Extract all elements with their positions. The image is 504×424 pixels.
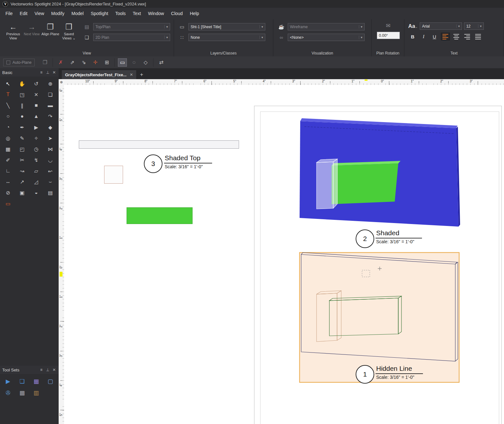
stacked-views-tool[interactable]: ❏ [43, 89, 57, 100]
palette-pin-icon[interactable]: ⊥ [45, 70, 50, 75]
star-tool[interactable]: ✧ [29, 133, 43, 144]
palette-menu-icon[interactable]: ≡ [39, 70, 44, 75]
italic-button[interactable]: I [419, 33, 428, 40]
circle-tool[interactable]: ○ [1, 111, 15, 122]
green-rectangle-shape[interactable] [127, 207, 193, 224]
previous-view-button[interactable]: ← Previous View [4, 22, 22, 49]
camera-tool[interactable]: ✇ [1, 387, 15, 399]
menu-view[interactable]: View [31, 9, 48, 18]
quarter-arc-tool[interactable]: ◔ [1, 122, 15, 133]
font-style-icon[interactable]: Aa⌄ [408, 23, 418, 29]
view-mode-dropdown[interactable]: Top/Plan▾ [93, 23, 170, 30]
background-render-dropdown[interactable]: <None>▾ [288, 34, 365, 41]
menu-model[interactable]: Model [68, 9, 87, 18]
render-mode-dropdown[interactable]: Wireframe▾ [288, 23, 365, 30]
bold-button[interactable]: B [408, 33, 417, 40]
align-right-button[interactable] [463, 33, 472, 40]
sketch-arrow-tool[interactable]: ↗ [15, 176, 29, 187]
video-screen-tool[interactable]: ▢ [43, 376, 57, 387]
prohibit-tool[interactable]: ⊘ [1, 187, 15, 198]
protractor-tool[interactable]: ◒ [29, 187, 43, 198]
trim-tool[interactable]: ✂ [15, 154, 29, 165]
corner-tool[interactable]: ∟ [1, 165, 15, 176]
plan-rotation-input[interactable]: 0.00° [377, 32, 400, 39]
menu-spotlight[interactable]: Spotlight [87, 9, 112, 18]
rectangle-tool[interactable]: ■ [29, 100, 43, 111]
truss-tool[interactable]: ▩ [15, 387, 29, 399]
delete-vertex-tool[interactable]: ✕ [29, 89, 43, 100]
projector-tool[interactable]: ▥ [29, 387, 43, 399]
small-square-shape[interactable] [104, 166, 123, 184]
palette-menu-icon[interactable]: ≡ [39, 368, 44, 372]
next-view-button[interactable]: → Next View [22, 22, 41, 49]
palette-close-icon[interactable]: ✕ [52, 368, 56, 372]
zoom-tool[interactable]: ⊕ [43, 78, 57, 89]
layer-dropdown[interactable]: Sht-1 [Sheet Title]▾ [188, 23, 265, 30]
flyover-tool[interactable]: ↺ [29, 78, 43, 89]
menu-edit[interactable]: Edit [16, 9, 31, 18]
viewport-1-hidden-line[interactable] [300, 253, 459, 382]
lighting-position-tool[interactable]: ❏ [15, 376, 29, 387]
section-tool[interactable]: ▤ [43, 187, 57, 198]
move-3d-constraint-icon[interactable]: ⇘ [79, 58, 88, 67]
snap-disable-icon[interactable]: ✗ [56, 58, 65, 67]
freehand-tool[interactable]: ✎ [15, 133, 29, 144]
new-tab-button[interactable]: + [140, 71, 143, 78]
drawing-label[interactable]: Shaded Scale: 3/16" = 1'-0" [376, 229, 422, 244]
align-left-button[interactable] [441, 33, 450, 40]
align-plane-toggle-icon[interactable]: ⊞ [102, 58, 111, 67]
font-size-dropdown[interactable]: 12▾ [464, 22, 484, 30]
menu-modify[interactable]: Modify [48, 9, 68, 18]
paint-roller-tool[interactable]: ▭ [1, 198, 15, 209]
pane-swap-icon[interactable]: ⇄ [157, 58, 166, 67]
pen-tool[interactable]: ✒ [15, 122, 29, 133]
text-tool[interactable]: T [1, 89, 15, 100]
menu-text[interactable]: Text [129, 9, 145, 18]
eraser-tool[interactable]: ▱ [29, 165, 43, 176]
triangle-tool[interactable]: ▲ [29, 111, 43, 122]
menu-cloud[interactable]: Cloud [168, 9, 186, 18]
menu-help[interactable]: Help [186, 9, 202, 18]
oval-tool[interactable]: ● [15, 111, 29, 122]
locus-tool[interactable]: ➤ [43, 133, 57, 144]
planar-graphics-icon[interactable]: ❐ [40, 58, 49, 67]
drawing-label[interactable]: Hidden Line Scale: 3/16" = 1'-0" [376, 365, 423, 380]
align-center-button[interactable] [452, 33, 461, 40]
eyedropper-tool[interactable]: ✐ [1, 154, 15, 165]
mirror-tool[interactable]: ⋈ [43, 144, 57, 154]
ruler-origin-corner[interactable]: ⊕ [59, 79, 64, 85]
double-line-tool[interactable]: ∥ [15, 100, 29, 111]
polygon-tool[interactable]: ◆ [43, 122, 57, 133]
connect-combine-tool[interactable]: ↯ [29, 154, 43, 165]
shear-tool[interactable]: ↜ [43, 165, 57, 176]
drawing-label-number[interactable]: 3 [144, 154, 162, 173]
polygon-marquee-icon[interactable]: ◇ [141, 58, 150, 67]
viewport-2-shaded[interactable] [300, 118, 460, 227]
arc-by-points-tool[interactable]: ↷ [43, 111, 57, 122]
saved-views-button[interactable]: ❒ Saved Views ⌄ [60, 22, 78, 49]
align-justify-button[interactable] [474, 33, 483, 40]
projection-dropdown[interactable]: 2D Plan▾ [93, 34, 170, 41]
empty-rectangle-shape[interactable] [79, 140, 239, 149]
spotlight-instrument-tool[interactable]: ▶ [1, 376, 15, 387]
font-dropdown[interactable]: Arial▾ [420, 22, 462, 30]
clip-corner-tool[interactable]: ◿ [29, 176, 43, 187]
pan-tool[interactable]: ✋ [15, 78, 29, 89]
line-tool[interactable]: ╲ [1, 100, 15, 111]
menu-window[interactable]: Window [145, 9, 168, 18]
palette-close-icon[interactable]: ✕ [52, 70, 56, 75]
banner-tool[interactable]: ▶ [29, 122, 43, 133]
auto-plane-toggle[interactable]: Auto-Plane [3, 59, 35, 66]
callout-tool[interactable]: ◳ [15, 89, 29, 100]
grid-tool[interactable]: ▦ [1, 144, 15, 154]
offset-tool[interactable]: ↝ [15, 165, 29, 176]
drawing-label[interactable]: Shaded Top Scale: 3/16" = 1'-0" [164, 154, 212, 169]
curve-tool[interactable]: ⌣ [43, 176, 57, 187]
rounded-rectangle-tool[interactable]: ▬ [43, 100, 57, 111]
drawing-canvas[interactable]: 3 Shaded Top Scale: 3/16" = 1'-0" 2 Shad… [64, 85, 504, 424]
marquee-rectangle-icon[interactable]: ▭ [118, 58, 127, 67]
palette-pin-icon[interactable]: ⊥ [45, 368, 50, 372]
menu-file[interactable]: File [2, 9, 16, 18]
extract-tool[interactable]: ◰ [15, 144, 29, 154]
drawing-label-number[interactable]: 1 [356, 365, 374, 384]
